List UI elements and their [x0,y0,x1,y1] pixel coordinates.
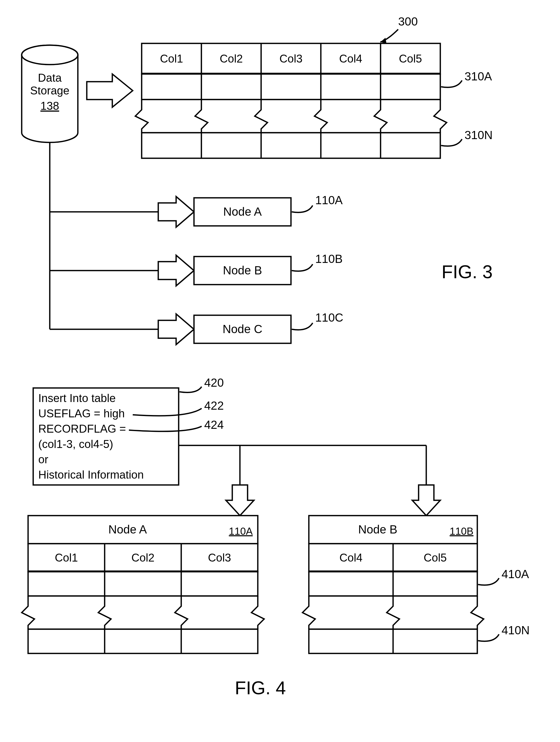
node-a-box: Node A 110A [194,194,343,226]
node-b-box: Node B 110B [194,252,343,284]
data-storage-cylinder: Data Storage 138 [22,45,78,143]
node-a-ref: 110A [315,194,343,207]
svg-rect-8 [142,74,440,100]
t300-row-last-ref: 310N [464,128,493,142]
code-box: Insert Into table USEFLAG = high RECORDF… [33,388,179,485]
recordflag-ref: 424 [204,418,224,431]
nB-h0: Col4 [340,551,363,564]
nodeB-table: Node B 110B Col4 Col5 [302,516,484,653]
node-c-box: Node C 110C [194,311,343,343]
code-l4: or [38,453,48,466]
nodeB-label: Node B [358,523,397,536]
nodeA-ref: 110A [229,526,253,537]
table-300: Col1 Col2 Col3 Col4 Col5 [135,43,447,158]
code-l1: USEFLAG = high [38,407,125,420]
patent-figure: Data Storage 138 Col1 Col2 Col3 Col4 Col… [0,0,560,742]
t300-h3: Col4 [339,52,362,65]
row-first-ref-4: 410A [502,568,529,581]
svg-marker-21 [380,38,387,43]
arrow-storage-to-table [87,74,133,107]
t300-row-first-ref: 310A [464,70,492,83]
t300-h1: Col2 [220,52,243,65]
nA-h1: Col2 [132,551,155,564]
row-last-ref-4: 410N [502,624,529,637]
svg-rect-41 [28,596,258,629]
svg-rect-38 [28,572,258,596]
code-l2: RECORDFLAG = [38,422,126,435]
node-c-label: Node C [222,322,262,336]
nodeB-ref: 110B [450,526,473,537]
storage-label-1: Data [38,71,62,84]
figure-3: Data Storage 138 Col1 Col2 Col3 Col4 Col… [22,15,493,344]
t300-h4: Col5 [399,52,422,65]
useflag-ref: 422 [204,399,224,412]
code-l0: Insert Into table [38,392,116,404]
node-b-label: Node B [223,264,262,277]
nodeA-label: Node A [108,523,147,536]
storage-label-2: Storage [30,84,69,97]
storage-ref: 138 [40,100,59,112]
nodeA-table: Node A 110A Col1 Col2 Col3 [22,516,264,653]
t300-h0: Col1 [160,52,183,65]
nA-h0: Col1 [55,551,78,564]
node-c-ref: 110C [315,311,343,324]
figure-4: Insert Into table USEFLAG = high RECORDF… [22,376,529,698]
code-l5: Historical Information [38,468,144,481]
t300-ref: 300 [398,15,418,28]
svg-point-1 [22,45,78,65]
svg-rect-13 [142,100,440,133]
code-ref: 420 [204,376,224,389]
fig4-title: FIG. 4 [235,678,286,698]
nB-h1: Col5 [424,551,447,564]
node-a-label: Node A [223,205,262,218]
node-b-ref: 110B [315,252,343,265]
t300-h2: Col3 [279,52,303,65]
cylinder-to-nodes [50,143,194,344]
code-l3: (col1-3, col4-5) [38,438,113,450]
code-to-nodes [179,445,440,516]
fig3-title: FIG. 3 [442,262,493,282]
svg-rect-16 [142,133,440,158]
svg-rect-44 [28,629,258,653]
nA-h2: Col3 [208,551,231,564]
t300-break [135,100,447,133]
